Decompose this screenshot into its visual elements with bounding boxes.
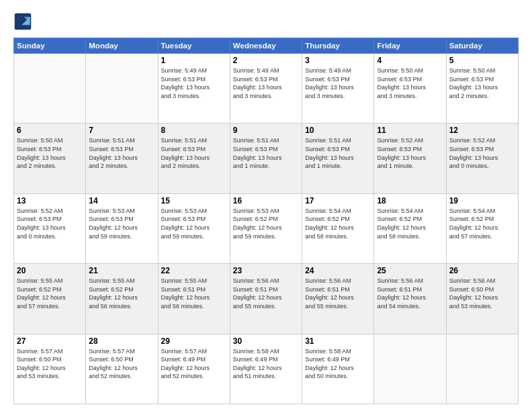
day-info: Sunrise: 5:56 AM Sunset: 6:51 PM Dayligh… <box>233 277 299 310</box>
day-info: Sunrise: 5:55 AM Sunset: 6:52 PM Dayligh… <box>17 277 83 310</box>
day-number: 10 <box>305 126 371 135</box>
day-number: 2 <box>233 56 299 65</box>
day-number: 29 <box>161 336 227 346</box>
calendar-header-row: SundayMondayTuesdayWednesdayThursdayFrid… <box>14 38 519 54</box>
calendar-week-row: 6Sunrise: 5:50 AM Sunset: 6:53 PM Daylig… <box>14 124 519 193</box>
day-number: 1 <box>161 56 227 65</box>
calendar-cell: 7Sunrise: 5:51 AM Sunset: 6:53 PM Daylig… <box>86 124 158 193</box>
col-header-thursday: Thursday <box>302 38 374 54</box>
calendar-cell <box>374 334 446 404</box>
day-number: 15 <box>161 196 227 205</box>
calendar-table: SundayMondayTuesdayWednesdayThursdayFrid… <box>13 38 519 404</box>
day-info: Sunrise: 5:53 AM Sunset: 6:53 PM Dayligh… <box>161 207 227 240</box>
day-number: 16 <box>233 196 299 205</box>
calendar-cell: 12Sunrise: 5:52 AM Sunset: 6:53 PM Dayli… <box>446 124 518 193</box>
day-info: Sunrise: 5:50 AM Sunset: 6:53 PM Dayligh… <box>449 66 515 100</box>
day-number: 7 <box>89 126 154 135</box>
calendar-cell: 30Sunrise: 5:58 AM Sunset: 6:49 PM Dayli… <box>230 334 302 404</box>
day-info: Sunrise: 5:49 AM Sunset: 6:53 PM Dayligh… <box>161 66 227 100</box>
day-info: Sunrise: 5:51 AM Sunset: 6:53 PM Dayligh… <box>161 136 227 170</box>
day-info: Sunrise: 5:50 AM Sunset: 6:53 PM Dayligh… <box>17 136 83 170</box>
calendar-cell <box>446 334 518 404</box>
calendar-cell: 9Sunrise: 5:51 AM Sunset: 6:53 PM Daylig… <box>230 124 302 193</box>
col-header-monday: Monday <box>86 38 158 54</box>
day-number: 19 <box>449 196 515 205</box>
calendar-cell: 17Sunrise: 5:54 AM Sunset: 6:52 PM Dayli… <box>302 193 374 263</box>
calendar-cell: 13Sunrise: 5:52 AM Sunset: 6:53 PM Dayli… <box>14 193 86 263</box>
day-info: Sunrise: 5:56 AM Sunset: 6:50 PM Dayligh… <box>449 277 515 310</box>
day-info: Sunrise: 5:51 AM Sunset: 6:53 PM Dayligh… <box>233 136 299 170</box>
day-info: Sunrise: 5:52 AM Sunset: 6:53 PM Dayligh… <box>449 136 515 170</box>
calendar-cell: 18Sunrise: 5:54 AM Sunset: 6:52 PM Dayli… <box>374 193 446 263</box>
day-number: 18 <box>377 196 443 205</box>
day-info: Sunrise: 5:58 AM Sunset: 6:49 PM Dayligh… <box>233 347 299 381</box>
calendar-cell: 19Sunrise: 5:54 AM Sunset: 6:52 PM Dayli… <box>446 193 518 263</box>
calendar-cell: 24Sunrise: 5:56 AM Sunset: 6:51 PM Dayli… <box>302 264 374 334</box>
day-info: Sunrise: 5:53 AM Sunset: 6:53 PM Dayligh… <box>89 207 154 240</box>
day-info: Sunrise: 5:55 AM Sunset: 6:51 PM Dayligh… <box>161 277 227 310</box>
day-info: Sunrise: 5:49 AM Sunset: 6:53 PM Dayligh… <box>305 66 371 100</box>
day-info: Sunrise: 5:53 AM Sunset: 6:52 PM Dayligh… <box>233 207 299 240</box>
col-header-friday: Friday <box>374 38 446 54</box>
calendar-cell: 10Sunrise: 5:51 AM Sunset: 6:53 PM Dayli… <box>302 124 374 193</box>
day-number: 30 <box>233 336 299 346</box>
day-number: 21 <box>89 266 154 275</box>
day-info: Sunrise: 5:51 AM Sunset: 6:53 PM Dayligh… <box>305 136 371 170</box>
day-number: 26 <box>449 266 515 275</box>
day-info: Sunrise: 5:49 AM Sunset: 6:53 PM Dayligh… <box>233 66 299 100</box>
day-number: 28 <box>89 336 154 346</box>
day-info: Sunrise: 5:58 AM Sunset: 6:49 PM Dayligh… <box>305 347 371 381</box>
calendar-cell: 22Sunrise: 5:55 AM Sunset: 6:51 PM Dayli… <box>158 264 230 334</box>
day-number: 20 <box>17 266 83 275</box>
day-info: Sunrise: 5:54 AM Sunset: 6:52 PM Dayligh… <box>305 207 371 240</box>
calendar-cell: 15Sunrise: 5:53 AM Sunset: 6:53 PM Dayli… <box>158 193 230 263</box>
calendar-cell: 5Sunrise: 5:50 AM Sunset: 6:53 PM Daylig… <box>446 54 518 124</box>
calendar-cell: 3Sunrise: 5:49 AM Sunset: 6:53 PM Daylig… <box>302 54 374 124</box>
day-number: 8 <box>161 126 227 135</box>
day-info: Sunrise: 5:52 AM Sunset: 6:53 PM Dayligh… <box>17 207 83 240</box>
day-number: 9 <box>233 126 299 135</box>
day-info: Sunrise: 5:51 AM Sunset: 6:53 PM Dayligh… <box>89 136 154 170</box>
calendar-week-row: 20Sunrise: 5:55 AM Sunset: 6:52 PM Dayli… <box>14 264 519 334</box>
day-info: Sunrise: 5:57 AM Sunset: 6:49 PM Dayligh… <box>161 347 227 381</box>
day-number: 12 <box>449 126 515 135</box>
day-number: 4 <box>377 56 443 65</box>
calendar-cell: 26Sunrise: 5:56 AM Sunset: 6:50 PM Dayli… <box>446 264 518 334</box>
day-number: 14 <box>89 196 154 205</box>
day-number: 5 <box>449 56 515 65</box>
calendar-cell: 8Sunrise: 5:51 AM Sunset: 6:53 PM Daylig… <box>158 124 230 193</box>
day-number: 23 <box>233 266 299 275</box>
day-number: 3 <box>305 56 371 65</box>
day-number: 13 <box>17 196 83 205</box>
calendar-week-row: 1Sunrise: 5:49 AM Sunset: 6:53 PM Daylig… <box>14 54 519 124</box>
day-number: 11 <box>377 126 443 135</box>
calendar-cell: 6Sunrise: 5:50 AM Sunset: 6:53 PM Daylig… <box>14 124 86 193</box>
calendar-cell: 23Sunrise: 5:56 AM Sunset: 6:51 PM Dayli… <box>230 264 302 334</box>
day-info: Sunrise: 5:52 AM Sunset: 6:53 PM Dayligh… <box>377 136 443 170</box>
calendar-cell: 11Sunrise: 5:52 AM Sunset: 6:53 PM Dayli… <box>374 124 446 193</box>
calendar-cell <box>14 54 86 124</box>
header <box>13 12 519 31</box>
calendar-cell: 1Sunrise: 5:49 AM Sunset: 6:53 PM Daylig… <box>158 54 230 124</box>
day-info: Sunrise: 5:57 AM Sunset: 6:50 PM Dayligh… <box>89 347 154 381</box>
calendar-cell: 25Sunrise: 5:56 AM Sunset: 6:51 PM Dayli… <box>374 264 446 334</box>
day-info: Sunrise: 5:54 AM Sunset: 6:52 PM Dayligh… <box>449 207 515 240</box>
day-info: Sunrise: 5:57 AM Sunset: 6:50 PM Dayligh… <box>17 347 83 381</box>
calendar-cell <box>86 54 158 124</box>
col-header-wednesday: Wednesday <box>230 38 302 54</box>
calendar-week-row: 13Sunrise: 5:52 AM Sunset: 6:53 PM Dayli… <box>14 193 519 263</box>
day-info: Sunrise: 5:50 AM Sunset: 6:53 PM Dayligh… <box>377 66 443 100</box>
calendar-cell: 16Sunrise: 5:53 AM Sunset: 6:52 PM Dayli… <box>230 193 302 263</box>
calendar-cell: 21Sunrise: 5:55 AM Sunset: 6:52 PM Dayli… <box>86 264 158 334</box>
day-number: 17 <box>305 196 371 205</box>
calendar-cell: 31Sunrise: 5:58 AM Sunset: 6:49 PM Dayli… <box>302 334 374 404</box>
day-info: Sunrise: 5:56 AM Sunset: 6:51 PM Dayligh… <box>377 277 443 310</box>
day-info: Sunrise: 5:55 AM Sunset: 6:52 PM Dayligh… <box>89 277 154 310</box>
calendar-cell: 29Sunrise: 5:57 AM Sunset: 6:49 PM Dayli… <box>158 334 230 404</box>
calendar-cell: 2Sunrise: 5:49 AM Sunset: 6:53 PM Daylig… <box>230 54 302 124</box>
calendar-cell: 20Sunrise: 5:55 AM Sunset: 6:52 PM Dayli… <box>14 264 86 334</box>
col-header-sunday: Sunday <box>14 38 86 54</box>
logo <box>13 12 35 31</box>
day-number: 31 <box>305 336 371 346</box>
page: SundayMondayTuesdayWednesdayThursdayFrid… <box>0 0 532 411</box>
